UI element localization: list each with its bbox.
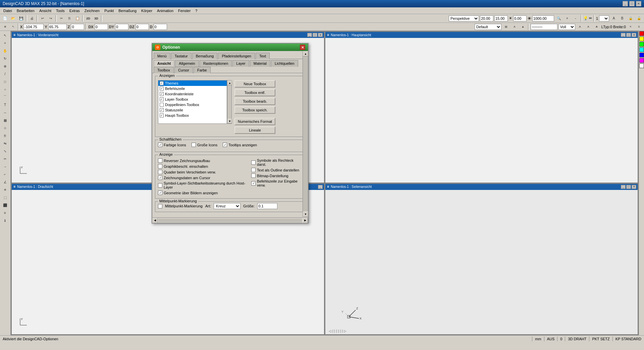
vp-front-close[interactable]: ✕ bbox=[318, 33, 323, 37]
insert-tool[interactable]: ⬛ bbox=[1, 201, 9, 209]
cb-befehlszeile-eingabe[interactable] bbox=[251, 181, 256, 186]
line-btn3[interactable]: A bbox=[593, 23, 600, 30]
color-red[interactable] bbox=[639, 31, 644, 36]
listbox-item-koordinaten[interactable]: Koordinatenleiste bbox=[158, 91, 227, 97]
tb-btn4[interactable]: 🔓 bbox=[635, 15, 643, 22]
menu-punkt[interactable]: Punkt bbox=[102, 8, 116, 13]
listbox-item-doppel[interactable]: Doppellinien-Toolbox bbox=[158, 102, 227, 107]
cb-geometrie[interactable] bbox=[158, 191, 162, 195]
save-btn[interactable]: 💾 bbox=[17, 15, 25, 22]
view-val3[interactable] bbox=[513, 15, 527, 21]
select-tool[interactable]: ↖ bbox=[1, 32, 9, 39]
viewport-top-controls[interactable]: _ □ ✕ bbox=[621, 33, 636, 37]
y-input[interactable] bbox=[48, 24, 67, 30]
circle-tool[interactable]: ○ bbox=[1, 86, 9, 93]
viewport-side-scrollbar[interactable]: ◁ | | | | | | ▷ bbox=[329, 329, 346, 333]
vp-top-min[interactable]: _ bbox=[621, 33, 626, 37]
numerisches-format-btn[interactable]: Numerisches Format bbox=[234, 118, 275, 125]
neue-toolbox-btn[interactable]: Neue Toolbox bbox=[234, 80, 275, 88]
dz-input[interactable] bbox=[136, 24, 149, 30]
tab-pfad[interactable]: Pfadeinstellungen bbox=[218, 53, 255, 59]
scroll-4[interactable]: | bbox=[338, 329, 339, 333]
menu-zeichnen[interactable]: Zeichnen bbox=[83, 8, 102, 13]
line-btn4[interactable]: ≡ bbox=[627, 23, 634, 30]
text-tool[interactable]: T bbox=[1, 101, 9, 108]
line-btn1[interactable]: A bbox=[576, 23, 584, 30]
cb-reverser[interactable] bbox=[158, 158, 162, 163]
minimize-btn[interactable]: _ bbox=[623, 1, 628, 6]
3d-btn[interactable]: 3D bbox=[93, 15, 100, 22]
menu-help[interactable]: ? bbox=[193, 8, 199, 13]
color-blue[interactable] bbox=[639, 53, 644, 57]
hatch-tool[interactable]: ▦ bbox=[1, 116, 9, 124]
vp-front-min[interactable]: _ bbox=[307, 33, 312, 37]
cb-bitmap[interactable] bbox=[251, 173, 256, 178]
dx-input[interactable] bbox=[95, 24, 108, 30]
menu-ansicht[interactable]: Ansicht bbox=[37, 8, 53, 13]
properties-tool[interactable]: ℹ bbox=[1, 217, 9, 224]
cut-btn[interactable]: ✂ bbox=[58, 15, 65, 22]
rotate-tool[interactable]: ↻ bbox=[1, 55, 9, 62]
cb-themes[interactable] bbox=[160, 81, 164, 85]
dialog-close-btn[interactable]: ✕ bbox=[300, 45, 305, 50]
hscroll-right-btn[interactable]: ▶ bbox=[303, 218, 308, 223]
cb-quader[interactable] bbox=[158, 170, 162, 174]
layer-btn1[interactable]: ▤ bbox=[502, 23, 510, 30]
redo-btn[interactable]: ↪ bbox=[47, 15, 54, 22]
tab-allgemein[interactable]: Allgemein bbox=[175, 60, 199, 67]
vp-side-max[interactable]: □ bbox=[626, 185, 631, 189]
vp-iso-min[interactable]: _ bbox=[318, 185, 323, 189]
anzeigen-listbox[interactable]: Themes Befehlszeile Koordinatenleiste bbox=[158, 80, 227, 124]
zoom-btn[interactable]: 🔍 bbox=[555, 15, 562, 22]
line-tool[interactable]: / bbox=[1, 70, 9, 78]
tab-farbe[interactable]: Farbe bbox=[194, 67, 211, 73]
pan-tool[interactable]: ✋ bbox=[1, 47, 9, 54]
art-select[interactable]: Kreuz Punkt Keins bbox=[214, 203, 240, 209]
toolbox-speich-btn[interactable]: Toolbox speich. bbox=[234, 106, 275, 114]
listbox-item-status[interactable]: Statuszeile bbox=[158, 107, 227, 113]
select-btn[interactable]: ↖ bbox=[9, 23, 17, 30]
2d-btn[interactable]: 2D bbox=[85, 15, 92, 22]
new-btn[interactable]: 📄 bbox=[1, 15, 9, 22]
menu-datei[interactable]: Datei bbox=[1, 8, 14, 13]
chamfer-tool[interactable]: ∠ bbox=[1, 178, 9, 186]
color-magenta[interactable] bbox=[639, 58, 644, 63]
cb-zeichnungsdaten[interactable] bbox=[158, 176, 162, 180]
copy-tool[interactable]: ⎘ bbox=[1, 132, 9, 139]
z-input[interactable] bbox=[71, 24, 84, 30]
scroll-2[interactable]: | bbox=[334, 329, 335, 333]
view-val2[interactable] bbox=[494, 15, 508, 21]
tab-bemassung[interactable]: Bemaßung bbox=[192, 53, 218, 59]
listbox-scrollbar[interactable]: ▲ ▼ bbox=[227, 80, 232, 124]
listbox-item-layer[interactable]: Layer-Toolbox bbox=[158, 97, 227, 102]
vp-top-max[interactable]: □ bbox=[626, 33, 631, 37]
lineale-btn[interactable]: Lineale bbox=[234, 127, 275, 134]
vscroll-up-btn[interactable]: ▲ bbox=[303, 51, 308, 56]
move-tool[interactable]: ⊹ bbox=[1, 124, 9, 132]
tab-cursor[interactable]: Cursor bbox=[174, 67, 193, 73]
rect-tool[interactable]: □ bbox=[1, 78, 9, 85]
arc-tool[interactable]: ⌒ bbox=[1, 93, 9, 101]
cb-graphik[interactable] bbox=[158, 164, 162, 168]
zoom-out-btn[interactable]: - bbox=[572, 15, 579, 22]
print-btn[interactable]: 🖨 bbox=[28, 15, 36, 22]
tab-menu[interactable]: Menü bbox=[154, 53, 170, 59]
vp-top-close[interactable]: ✕ bbox=[632, 33, 636, 37]
menu-fenster[interactable]: Fenster bbox=[176, 8, 193, 13]
tab-text[interactable]: Text bbox=[256, 53, 270, 59]
mirror-tool[interactable]: ⇋ bbox=[1, 140, 9, 147]
tb-btn1[interactable]: A bbox=[610, 15, 618, 22]
dialog-hscroll[interactable]: ◀ ▶ bbox=[152, 217, 308, 223]
window-controls[interactable]: _ □ ✕ bbox=[623, 1, 641, 6]
tab-layer[interactable]: Layer bbox=[232, 60, 249, 67]
hscroll-left-btn[interactable]: ◀ bbox=[152, 218, 158, 223]
listbox-item-befehlszeile[interactable]: Befehlszeile bbox=[158, 86, 227, 91]
zoom-tool[interactable]: + bbox=[1, 39, 9, 47]
cb-status[interactable] bbox=[160, 108, 164, 112]
dy-input[interactable] bbox=[115, 24, 128, 30]
groesse-input[interactable] bbox=[257, 203, 277, 209]
scroll-right[interactable]: ▷ bbox=[344, 329, 346, 333]
listbox-item-themes[interactable]: Themes bbox=[158, 81, 227, 86]
cb-grosse-icons[interactable] bbox=[192, 143, 196, 147]
x-input[interactable] bbox=[23, 24, 44, 30]
